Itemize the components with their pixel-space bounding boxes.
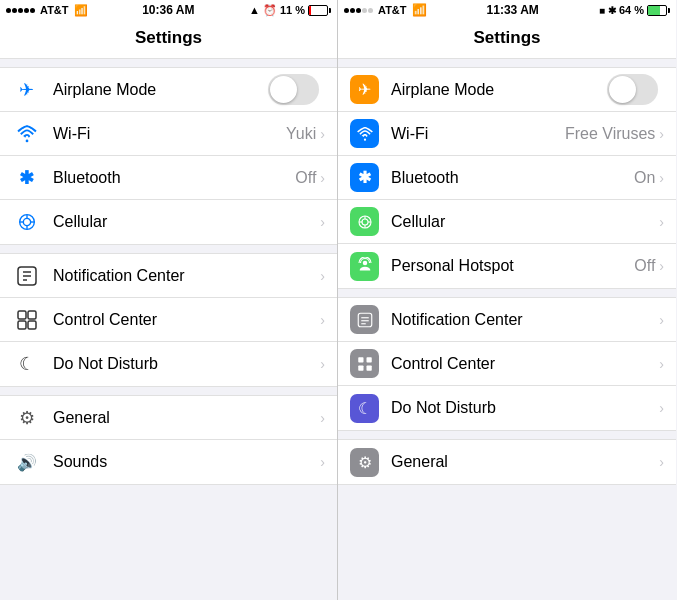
svg-rect-27	[358, 365, 363, 370]
right-notification-center-label: Notification Center	[391, 311, 659, 329]
right-notification-center-item[interactable]: Notification Center ›	[338, 298, 676, 342]
right-gap-3	[338, 431, 676, 439]
right-general-chevron: ›	[659, 454, 664, 470]
airplane-mode-label: Airplane Mode	[53, 81, 268, 99]
right-personal-hotspot-item[interactable]: Personal Hotspot Off ›	[338, 244, 676, 288]
left-general-item[interactable]: ⚙ General ›	[0, 396, 337, 440]
left-section-notifications: Notification Center › Control Center › ☾…	[0, 253, 337, 387]
notification-center-icon	[12, 261, 41, 290]
general-icon: ⚙	[12, 403, 41, 432]
right-bluetooth-status-icon: ✱	[608, 5, 616, 16]
left-gap-1	[0, 59, 337, 67]
time-label: 10:36 AM	[142, 3, 194, 17]
right-battery-icon	[647, 5, 670, 16]
left-section-system: ⚙ General › 🔊 Sounds ›	[0, 395, 337, 485]
right-section-notifications: Notification Center › Control Center › ☾…	[338, 297, 676, 431]
right-cellular-item[interactable]: Cellular ›	[338, 200, 676, 244]
bluetooth-value: Off	[295, 169, 316, 187]
right-bluetooth-item[interactable]: ✱ Bluetooth On ›	[338, 156, 676, 200]
battery-body	[308, 5, 328, 16]
left-section-connectivity: ✈ Airplane Mode Wi-Fi Yuki › ✱ Bluetooth…	[0, 67, 337, 245]
right-bluetooth-icon: ✱	[350, 163, 379, 192]
right-general-label: General	[391, 453, 659, 471]
battery-tip	[329, 8, 331, 13]
battery-icon	[308, 5, 331, 16]
left-bluetooth-item[interactable]: ✱ Bluetooth Off ›	[0, 156, 337, 200]
right-battery-body	[647, 5, 667, 16]
svg-point-20	[362, 261, 367, 266]
do-not-disturb-icon: ☾	[12, 350, 41, 379]
right-carrier-label: AT&T	[378, 4, 407, 16]
right-do-not-disturb-item[interactable]: ☾ Do Not Disturb ›	[338, 386, 676, 430]
sounds-label: Sounds	[53, 453, 320, 471]
sounds-icon: 🔊	[12, 448, 41, 477]
left-do-not-disturb-item[interactable]: ☾ Do Not Disturb ›	[0, 342, 337, 386]
left-sounds-item[interactable]: 🔊 Sounds ›	[0, 440, 337, 484]
right-wifi-signal-icon: 📶	[412, 3, 427, 17]
right-general-item[interactable]: ⚙ General ›	[338, 440, 676, 484]
location-icon: ▲	[249, 4, 260, 16]
left-status-left: AT&T 📶	[6, 4, 88, 17]
airplane-mode-toggle[interactable]	[268, 74, 319, 105]
wifi-chevron: ›	[320, 126, 325, 142]
signal-dot-5	[30, 8, 35, 13]
left-status-bar: AT&T 📶 10:36 AM ▲ ⏰ 11%	[0, 0, 337, 20]
left-status-right: ▲ ⏰ 11%	[249, 4, 331, 17]
right-control-center-icon	[350, 349, 379, 378]
left-control-center-item[interactable]: Control Center ›	[0, 298, 337, 342]
right-do-not-disturb-icon: ☾	[350, 394, 379, 423]
right-do-not-disturb-label: Do Not Disturb	[391, 399, 659, 417]
right-battery-fill	[648, 6, 660, 15]
right-status-right: ■ ✱ 64%	[599, 4, 670, 16]
right-location-icon: ■	[599, 5, 605, 16]
general-chevron: ›	[320, 410, 325, 426]
bluetooth-label: Bluetooth	[53, 169, 295, 187]
left-cellular-item[interactable]: Cellular ›	[0, 200, 337, 244]
right-signal-dot-4	[362, 8, 367, 13]
notification-center-label: Notification Center	[53, 267, 320, 285]
right-personal-hotspot-chevron: ›	[659, 258, 664, 274]
left-page-title: Settings	[0, 20, 337, 59]
control-center-chevron: ›	[320, 312, 325, 328]
left-notification-center-item[interactable]: Notification Center ›	[0, 254, 337, 298]
general-label: General	[53, 409, 320, 427]
right-bluetooth-chevron: ›	[659, 170, 664, 186]
do-not-disturb-chevron: ›	[320, 356, 325, 372]
right-general-icon: ⚙	[350, 448, 379, 477]
alarm-icon: ⏰	[263, 4, 277, 17]
cellular-chevron: ›	[320, 214, 325, 230]
right-signal-dot-5	[368, 8, 373, 13]
left-wifi-item[interactable]: Wi-Fi Yuki ›	[0, 112, 337, 156]
right-airplane-mode-item[interactable]: ✈ Airplane Mode	[338, 68, 676, 112]
right-gap-1	[338, 59, 676, 67]
right-status-left: AT&T 📶	[344, 3, 427, 17]
sounds-chevron: ›	[320, 454, 325, 470]
right-bluetooth-value: On	[634, 169, 655, 187]
right-battery-percent-label: 64	[619, 4, 631, 16]
right-control-center-item[interactable]: Control Center ›	[338, 342, 676, 386]
right-wifi-item[interactable]: Wi-Fi Free Viruses ›	[338, 112, 676, 156]
svg-rect-26	[366, 357, 371, 362]
right-section-system: ⚙ General ›	[338, 439, 676, 485]
right-wifi-icon	[350, 119, 379, 148]
control-center-label: Control Center	[53, 311, 320, 329]
wifi-label: Wi-Fi	[53, 125, 286, 143]
right-page-title: Settings	[338, 20, 676, 59]
svg-rect-13	[28, 321, 36, 329]
svg-rect-21	[358, 313, 372, 327]
svg-rect-10	[18, 311, 26, 319]
right-cellular-label: Cellular	[391, 213, 659, 231]
left-gap-2	[0, 245, 337, 253]
right-time-label: 11:33 AM	[487, 3, 539, 17]
right-personal-hotspot-value: Off	[634, 257, 655, 275]
wifi-value: Yuki	[286, 125, 316, 143]
left-airplane-mode-item[interactable]: ✈ Airplane Mode	[0, 68, 337, 112]
right-wifi-value: Free Viruses	[565, 125, 655, 143]
signal-dot-1	[6, 8, 11, 13]
right-personal-hotspot-label: Personal Hotspot	[391, 257, 634, 275]
right-airplane-mode-label: Airplane Mode	[391, 81, 607, 99]
right-bluetooth-label: Bluetooth	[391, 169, 634, 187]
right-signal-dot-2	[350, 8, 355, 13]
right-notification-center-chevron: ›	[659, 312, 664, 328]
right-airplane-mode-toggle[interactable]	[607, 74, 658, 105]
